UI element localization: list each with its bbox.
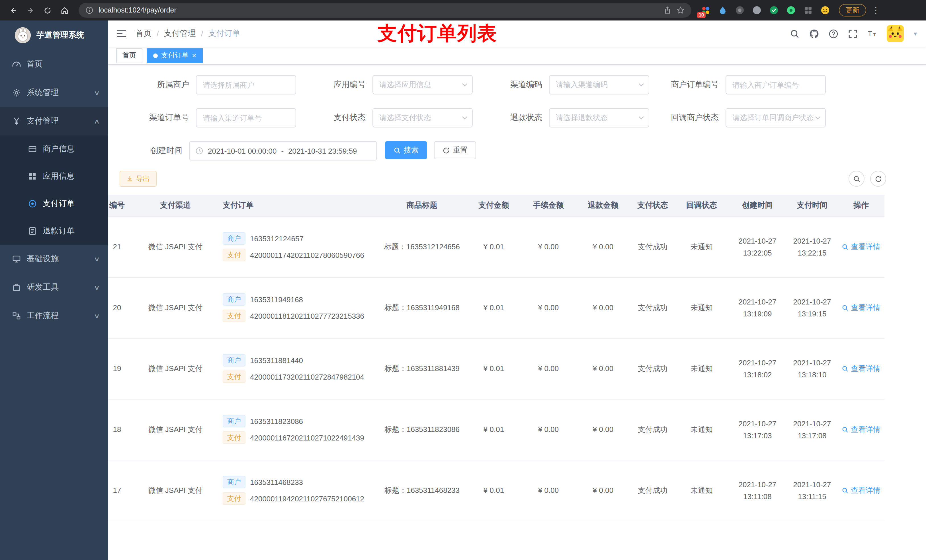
date-separator: -: [281, 146, 284, 155]
table-settings: [849, 171, 886, 187]
refresh-table-button[interactable]: [870, 171, 886, 187]
help-icon[interactable]: [829, 29, 838, 38]
toggle-search-button[interactable]: [849, 171, 864, 187]
sidebar-item-workflow[interactable]: 工作流程 ∨: [0, 302, 108, 330]
breadcrumb-home[interactable]: 首页: [136, 29, 151, 39]
chevron-down-icon: ∨: [94, 255, 100, 263]
date-range-picker[interactable]: 2021-10-01 00:00:00 - 2021-10-31 23:59:5…: [189, 141, 377, 160]
cell-pay-time: 2021-10-2713:18:10: [787, 338, 838, 399]
tab-label: 支付订单: [161, 51, 189, 60]
bookmark-star-icon[interactable]: [676, 6, 684, 14]
header-pay-order: 支付订单: [218, 195, 378, 216]
site-info-icon[interactable]: [85, 6, 94, 14]
filter-row-2: 渠道订单号 支付状态 请选择支付状态 退款状态 请选择退款状态: [120, 108, 915, 127]
cell-pay-status: 支付成功: [631, 216, 675, 277]
orders-table: 编号 支付渠道 支付订单 商品标题 支付金额 手续金额 退款金额 支付状态 回调…: [108, 195, 926, 540]
filter-pay-status: 支付状态 请选择支付状态: [296, 108, 473, 127]
sidebar-item-payment[interactable]: 支付管理 ∧: [0, 107, 108, 136]
breadcrumb-payment[interactable]: 支付管理: [164, 29, 196, 39]
tab-close-icon[interactable]: ×: [192, 52, 196, 59]
date-end[interactable]: 2021-10-31 23:59:59: [288, 146, 357, 155]
extension-green-icon[interactable]: [786, 5, 796, 15]
extension-colordots-icon[interactable]: 10: [701, 5, 710, 15]
date-start[interactable]: 2021-10-01 00:00:00: [208, 146, 277, 155]
extension-gray-icon[interactable]: [752, 5, 761, 15]
notify-status-select[interactable]: 请选择订单回调商户状态: [726, 108, 826, 127]
extensions-area: 10: [701, 5, 830, 15]
browser-home-icon[interactable]: [57, 3, 72, 18]
sidebar-item-label: 研发工具: [27, 282, 59, 293]
view-detail-link[interactable]: 查看详情: [842, 424, 881, 435]
table-row: 17 微信 JSAPI 支付 商户1635311468233 支付4200001…: [108, 460, 884, 521]
cell-id: [108, 521, 133, 540]
browser-update-button[interactable]: 更新: [839, 4, 866, 17]
sidebar-item-pay-order[interactable]: 支付订单: [0, 190, 108, 217]
sidebar-item-app-info[interactable]: 应用信息: [0, 163, 108, 190]
export-button[interactable]: 导出: [120, 171, 157, 187]
reset-button[interactable]: 重置: [434, 141, 476, 159]
app-logo[interactable]: 芋道管理系统: [0, 21, 108, 50]
sidebar-item-label: 系统管理: [27, 88, 59, 98]
target-icon: [27, 199, 37, 208]
sidebar-item-home[interactable]: 首页: [0, 50, 108, 78]
pay-status-select[interactable]: 请选择支付状态: [372, 108, 473, 127]
breadcrumb-separator: /: [201, 29, 203, 38]
hamburger-icon[interactable]: [116, 30, 126, 38]
cell-pay-status: 支付成功: [631, 338, 675, 399]
field-label: 所属商户: [120, 80, 196, 90]
sidebar-item-dev-tools[interactable]: 研发工具 ∨: [0, 273, 108, 302]
cell-pay-order: 商户1635311357136: [218, 521, 378, 540]
browser-refresh-icon[interactable]: [40, 3, 54, 18]
cell-channel: 微信 JSAPI 支付: [133, 460, 218, 521]
view-detail-link[interactable]: 查看详情: [842, 302, 881, 313]
header-pay-status: 支付状态: [631, 195, 675, 216]
merchant-tag: 商户: [223, 415, 245, 427]
chevron-up-icon: ∧: [94, 118, 100, 125]
share-icon[interactable]: [663, 6, 672, 14]
extension-check-icon[interactable]: [769, 5, 779, 15]
view-detail-link[interactable]: 查看详情: [842, 363, 881, 374]
caret-down-icon[interactable]: ▾: [914, 30, 917, 37]
github-icon[interactable]: [809, 29, 819, 38]
tab-home[interactable]: 首页: [116, 48, 142, 63]
channel-order-no-input[interactable]: [196, 108, 296, 127]
grid-icon: [27, 172, 37, 181]
refund-status-select[interactable]: 请选择退款状态: [549, 108, 649, 127]
sidebar-item-merchant-info[interactable]: 商户信息: [0, 136, 108, 163]
search-icon[interactable]: [790, 29, 800, 38]
app-id-select[interactable]: 请选择应用信息: [372, 75, 473, 95]
extension-drop-icon[interactable]: [717, 5, 727, 15]
tab-pay-order[interactable]: 支付订单 ×: [147, 48, 203, 63]
cell-actions: 查看详情: [838, 338, 884, 399]
header-refund: 退款金额: [576, 195, 631, 216]
sidebar-item-infra[interactable]: 基础设施 ∨: [0, 245, 108, 273]
merchant-tag: 商户: [223, 232, 245, 245]
sidebar-item-refund-order[interactable]: 退款订单: [0, 217, 108, 245]
user-avatar[interactable]: [887, 25, 904, 42]
browser-forward-icon[interactable]: [23, 3, 38, 18]
view-detail-link[interactable]: 查看详情: [842, 242, 881, 252]
extension-grid-icon[interactable]: [803, 5, 813, 15]
cell-notify-status: 未通知: [675, 216, 728, 277]
address-bar[interactable]: localhost:1024/pay/order: [79, 3, 691, 18]
cell-amount: ¥ 0.01: [466, 216, 521, 277]
header-fee: 手续金额: [521, 195, 576, 216]
view-detail-link[interactable]: 查看详情: [842, 485, 881, 495]
merchant-order-no-input[interactable]: [726, 75, 826, 95]
extension-dark-icon[interactable]: [735, 5, 744, 15]
cell-pay-order: 商户1635311949168 支付4200001181202110277723…: [218, 277, 378, 338]
browser-toolbar: localhost:1024/pay/order 10: [0, 0, 926, 21]
search-button[interactable]: 搜索: [385, 141, 427, 159]
app-frame: 芋道管理系统 首页 系统管理 ∨ 支付管理 ∧: [0, 21, 926, 560]
channel-code-select[interactable]: 请输入渠道编码: [549, 75, 649, 95]
browser-back-icon[interactable]: [6, 3, 21, 18]
fullscreen-icon[interactable]: [848, 29, 858, 38]
filter-form: 所属商户 应用编号 请选择应用信息 渠道编码 请输入渠道编码: [108, 65, 926, 160]
breadcrumb: 首页 / 支付管理 / 支付订单: [136, 29, 240, 39]
extension-smiley-icon[interactable]: [820, 5, 830, 15]
browser-menu-icon[interactable]: ⋮: [869, 3, 883, 18]
select-arrow-icon: [639, 116, 644, 119]
merchant-input[interactable]: [196, 75, 296, 95]
sidebar-item-system[interactable]: 系统管理 ∨: [0, 78, 108, 107]
font-size-icon[interactable]: TT: [868, 29, 877, 38]
